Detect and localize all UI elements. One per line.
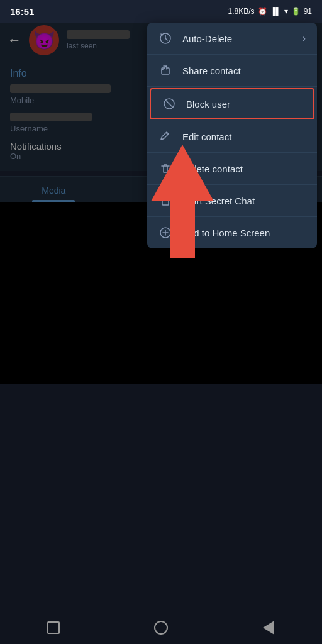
signal-icon: ▐▌: [270, 7, 281, 16]
edit-contact-icon: [158, 130, 172, 143]
start-secret-chat-icon: [158, 194, 172, 208]
menu-item-delete-contact[interactable]: Delete contact: [147, 153, 317, 185]
status-icons: 1.8KB/s ⏰ ▐▌ ▾ 🔋 91: [228, 7, 312, 16]
battery-level: 91: [304, 7, 312, 16]
block-user-label: Block user: [186, 99, 302, 109]
battery-icon: 🔋: [291, 7, 301, 16]
share-contact-icon: [158, 64, 172, 77]
status-bar: 16:51 1.8KB/s ⏰ ▐▌ ▾ 🔋 91: [0, 0, 322, 23]
menu-item-edit-contact[interactable]: Edit contact: [147, 121, 317, 153]
svg-rect-2: [162, 200, 169, 205]
auto-delete-icon: [158, 31, 172, 45]
delete-contact-icon: [158, 162, 172, 175]
dropdown-menu: Auto-Delete › Share contact Block user: [147, 23, 317, 248]
wifi-icon: ▾: [284, 7, 288, 16]
menu-item-add-to-home-screen[interactable]: Add to Home Screen: [147, 217, 317, 248]
auto-delete-label: Auto-Delete: [182, 33, 292, 44]
alarm-icon: ⏰: [258, 7, 267, 16]
share-contact-label: Share contact: [182, 65, 306, 76]
add-to-home-screen-icon: [158, 226, 172, 240]
auto-delete-arrow: ›: [303, 33, 306, 44]
add-to-home-screen-label: Add to Home Screen: [182, 228, 306, 238]
menu-item-block-user[interactable]: Block user: [150, 88, 314, 119]
delete-contact-label: Delete contact: [182, 164, 306, 174]
edit-contact-label: Edit contact: [182, 131, 306, 142]
start-secret-chat-label: Start Secret Chat: [182, 196, 306, 206]
menu-item-start-secret-chat[interactable]: Start Secret Chat: [147, 185, 317, 217]
menu-item-auto-delete[interactable]: Auto-Delete ›: [147, 23, 317, 55]
status-time: 16:51: [10, 6, 34, 17]
network-speed: 1.8KB/s: [228, 7, 255, 16]
menu-item-share-contact[interactable]: Share contact: [147, 55, 317, 87]
block-user-icon: [162, 97, 176, 111]
